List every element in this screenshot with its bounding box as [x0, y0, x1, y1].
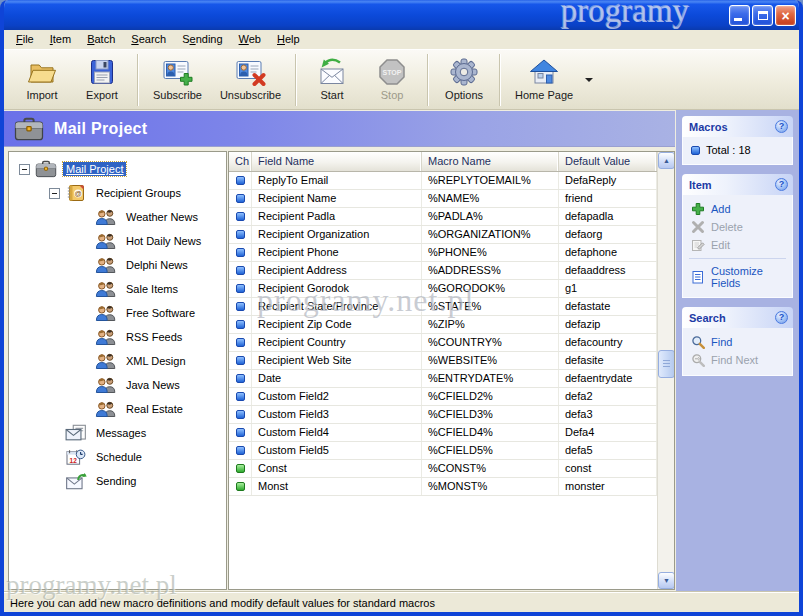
macro-name-cell: %STATE%: [422, 298, 559, 315]
row-status-cell: [229, 280, 252, 297]
tree-collapse-toggle[interactable]: [49, 188, 60, 199]
tree-item-free-software[interactable]: Free Software: [123, 306, 198, 320]
menu-bar: FileItemBatchSearchSendingWebHelp: [4, 30, 799, 49]
action-find[interactable]: Find: [683, 333, 792, 351]
macro-row[interactable]: Recipient Name%NAME%friend: [229, 190, 674, 208]
delete-icon: [691, 220, 705, 234]
row-status-cell: [229, 190, 252, 207]
action-customize-fields[interactable]: Customize Fields: [683, 263, 792, 291]
row-status-cell: [229, 460, 252, 477]
action-edit: Edit: [683, 236, 792, 254]
menu-web[interactable]: Web: [231, 31, 269, 48]
home-page-dropdown[interactable]: [582, 54, 596, 106]
default-value-cell: Defa4: [559, 424, 657, 441]
vertical-scrollbar[interactable]: ▲ ▼: [657, 152, 674, 589]
subscribe-button[interactable]: Subscribe: [145, 54, 210, 106]
action-add[interactable]: Add: [683, 200, 792, 218]
macro-row[interactable]: Recipient State/Province%STATE%defastate: [229, 298, 674, 316]
menu-file[interactable]: File: [8, 31, 42, 48]
macro-row[interactable]: Recipient Address%ADDRESS%defaaddress: [229, 262, 674, 280]
tree-item-weather-news[interactable]: Weather News: [123, 210, 201, 224]
macro-row[interactable]: Monst%MONST%monster: [229, 478, 674, 496]
maximize-button[interactable]: [752, 5, 773, 26]
row-status-cell: [229, 442, 252, 459]
macro-row[interactable]: Const%CONST%const: [229, 460, 674, 478]
tree-item-messages[interactable]: Messages: [93, 426, 149, 440]
column-header-macro-name[interactable]: Macro Name: [422, 152, 559, 171]
tree-row: RSS Feeds: [9, 325, 226, 349]
macro-row[interactable]: Custom Field4%CFIELD4%Defa4: [229, 424, 674, 442]
menu-sending[interactable]: Sending: [174, 31, 230, 48]
help-icon[interactable]: ?: [775, 178, 788, 191]
column-header-field-name[interactable]: Field Name: [252, 152, 422, 171]
help-icon[interactable]: ?: [775, 120, 788, 133]
tree-item-delphi-news[interactable]: Delphi News: [123, 258, 191, 272]
export-label: Export: [86, 89, 118, 101]
tree-collapse-toggle[interactable]: [19, 164, 30, 175]
menu-item[interactable]: Item: [42, 31, 79, 48]
field-name-cell: Recipient Name: [252, 190, 422, 207]
column-header-ch[interactable]: Ch: [229, 152, 252, 171]
start-button[interactable]: Start: [303, 54, 361, 106]
row-status-cell: [229, 208, 252, 225]
field-name-cell: Recipient Zip Code: [252, 316, 422, 333]
menu-batch[interactable]: Batch: [79, 31, 123, 48]
minimize-button[interactable]: [729, 5, 750, 26]
title-bar[interactable]: programy ×: [0, 0, 803, 30]
macro-row[interactable]: Recipient Padla%PADLA%defapadla: [229, 208, 674, 226]
tree-item-mail-project[interactable]: Mail Project: [63, 162, 126, 176]
project-tree: Mail Project@Recipient GroupsWeather New…: [8, 151, 227, 590]
scroll-down-button[interactable]: ▼: [658, 572, 675, 589]
tree-item-sale-items[interactable]: Sale Items: [123, 282, 181, 296]
tree-item-sending[interactable]: Sending: [93, 474, 139, 488]
menu-help[interactable]: Help: [269, 31, 308, 48]
tree-item-real-estate[interactable]: Real Estate: [123, 402, 186, 416]
edit-icon: [691, 238, 705, 252]
help-icon[interactable]: ?: [775, 311, 788, 324]
group-icon: [95, 232, 117, 250]
tree-item-hot-daily-news[interactable]: Hot Daily News: [123, 234, 204, 248]
tree-item-xml-design[interactable]: XML Design: [123, 354, 189, 368]
tree-row: Sale Items: [9, 277, 226, 301]
sending-icon: [65, 472, 87, 490]
macro-row[interactable]: ReplyTo Email%REPLYTOEMAIL%DefaReply: [229, 172, 674, 190]
macro-row[interactable]: Custom Field5%CFIELD5%defa5: [229, 442, 674, 460]
macro-row[interactable]: Custom Field3%CFIELD3%defa3: [229, 406, 674, 424]
export-button[interactable]: Export: [73, 54, 131, 106]
field-name-cell: Recipient Gorodok: [252, 280, 422, 297]
table-body: ReplyTo Email%REPLYTOEMAIL%DefaReplyReci…: [229, 172, 674, 496]
options-button[interactable]: Options: [435, 54, 493, 106]
field-name-cell: Date: [252, 370, 422, 387]
page-header: Mail Project: [4, 111, 675, 147]
unsubscribe-button[interactable]: Unsubscribe: [212, 54, 289, 106]
green-square-icon: [236, 482, 245, 491]
macro-row[interactable]: Recipient Zip Code%ZIP%defazip: [229, 316, 674, 334]
home-page-button[interactable]: Home Page: [507, 54, 581, 106]
stop-icon: STOP: [376, 56, 408, 88]
macro-name-cell: %PHONE%: [422, 244, 559, 261]
macro-row[interactable]: Recipient Organization%ORGANIZATION%defa…: [229, 226, 674, 244]
stop-label: Stop: [381, 89, 404, 101]
scroll-up-button[interactable]: ▲: [658, 152, 675, 169]
blue-square-icon: [236, 428, 245, 437]
macro-row[interactable]: Recipient Phone%PHONE%defaphone: [229, 244, 674, 262]
tree-item-java-news[interactable]: Java News: [123, 378, 183, 392]
default-value-cell: defastate: [559, 298, 657, 315]
tree-item-recipient-groups[interactable]: Recipient Groups: [93, 186, 184, 200]
findnext-icon: [691, 353, 705, 367]
column-header-default-value[interactable]: Default Value: [559, 152, 657, 171]
scroll-thumb[interactable]: [658, 350, 675, 378]
macro-row[interactable]: Recipient Gorodok%GORODOK%g1: [229, 280, 674, 298]
import-button[interactable]: Import: [13, 54, 71, 106]
macro-name-cell: %ZIP%: [422, 316, 559, 333]
macro-row[interactable]: Custom Field2%CFIELD2%defa2: [229, 388, 674, 406]
macro-row[interactable]: Recipient Country%COUNTRY%defacountry: [229, 334, 674, 352]
tree-item-rss-feeds[interactable]: RSS Feeds: [123, 330, 185, 344]
item-panel-title: Item: [689, 179, 712, 191]
macro-row[interactable]: Recipient Web Site%WEBSITE%defasite: [229, 352, 674, 370]
macros-table: Ch Field Name Macro Name Default Value R…: [228, 151, 675, 590]
menu-search[interactable]: Search: [123, 31, 174, 48]
tree-item-schedule[interactable]: Schedule: [93, 450, 145, 464]
macro-row[interactable]: Date%ENTRYDATE%defaentrydate: [229, 370, 674, 388]
close-button[interactable]: ×: [775, 5, 796, 26]
